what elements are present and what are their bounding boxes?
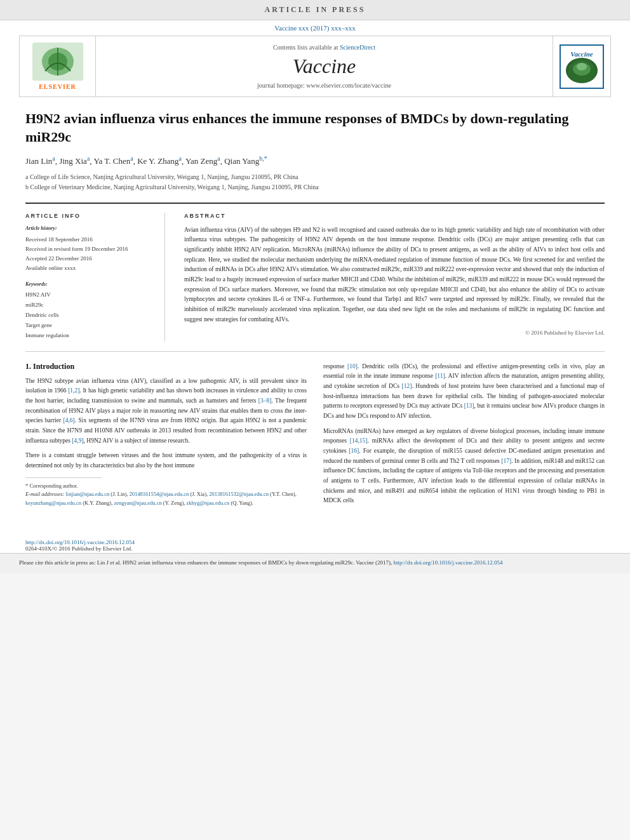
authors-line: Jian Lina, Jing Xiaa, Ya T. Chena, Ke Y.…: [25, 155, 605, 166]
issn-text: 0264-410X/© 2016 Published by Elsevier L…: [25, 545, 132, 552]
elsevier-logo: ELSEVIER: [32, 43, 83, 90]
ref-4-6[interactable]: [4,6]: [64, 417, 75, 423]
elsevier-logo-image: [32, 43, 83, 81]
body-col-right: response [10]. Dendritic cells (DCs), th…: [323, 362, 605, 511]
email-linjian[interactable]: linjian@njau.edu.cn: [65, 491, 109, 497]
footnote-corresponding: * Corresponding author. E-mail addresses…: [25, 482, 307, 508]
vaccine-logo-section: Vaccine: [553, 36, 610, 97]
article-content: H9N2 avian influenza virus enhances the …: [0, 97, 630, 537]
sciencedirect-link[interactable]: ScienceDirect: [340, 44, 375, 51]
intro-heading: 1. Introduction: [25, 362, 307, 371]
vaccine-logo-text: Vaccine: [570, 50, 593, 58]
copyright-line: © 2016 Published by Elsevier Ltd.: [184, 330, 605, 336]
body-two-col: 1. Introduction The H9N2 subtype avian i…: [25, 362, 605, 524]
ref-17[interactable]: [17]: [501, 458, 511, 464]
keywords-text: H9N2 AIV miR29c Dendritic cells Target g…: [25, 290, 154, 341]
info-abstract-section: ARTICLE INFO Article history: Received 1…: [25, 203, 605, 341]
aip-banner: ARTICLE IN PRESS: [0, 0, 630, 20]
keyword-5: Immune regulation: [25, 330, 154, 340]
keywords-label: Keywords:: [25, 281, 154, 287]
journal-header: ELSEVIER Contents lists available at Sci…: [19, 36, 611, 97]
keyword-4: Target gene: [25, 320, 154, 330]
keyword-3: Dendritic cells: [25, 310, 154, 320]
affiliations: a College of Life Science, Nanjing Agric…: [25, 172, 605, 192]
abstract-text: Avian influenza virus (AIV) of the subty…: [184, 225, 605, 325]
accepted-date: Accepted 22 December 2016: [25, 254, 154, 263]
article-info-label: ARTICLE INFO: [25, 213, 154, 219]
intro-para2: There is a constant struggle between vir…: [25, 451, 307, 470]
corresponding-label: * Corresponding author.: [25, 482, 307, 491]
ref-10[interactable]: [10]: [347, 363, 358, 370]
ref-3-8[interactable]: [3–8]: [258, 397, 272, 404]
journal-homepage: journal homepage: www.elsevier.com/locat…: [257, 82, 391, 89]
doi-text: Vaccine xxx (2017) xxx–xxx: [274, 24, 355, 32]
available-date: Available online xxxx: [25, 263, 154, 273]
bottom-bar-text: Please cite this article in press as: Li…: [19, 559, 392, 566]
received-revised-date: Received in revised form 19 December 201…: [25, 244, 154, 254]
aip-text: ARTICLE IN PRESS: [265, 5, 366, 14]
ref-12[interactable]: [12]: [402, 383, 412, 389]
email-yzeng[interactable]: zengyan@njau.edu.cn: [114, 500, 161, 506]
ref-14-15[interactable]: [14,15]: [350, 437, 368, 444]
keyword-1: H9N2 AIV: [25, 290, 154, 300]
email-kyzhang[interactable]: keyunzhang@njau.edu.cn: [25, 500, 81, 506]
journal-name: Vaccine: [293, 55, 356, 78]
bottom-bar: Please cite this article in press as: Li…: [0, 553, 630, 573]
elsevier-logo-section: ELSEVIER: [20, 36, 96, 97]
svg-point-6: [577, 63, 587, 70]
body-col-left: 1. Introduction The H9N2 subtype avian i…: [25, 362, 307, 511]
doi-line: Vaccine xxx (2017) xxx–xxx: [0, 20, 630, 36]
bottom-bar-link[interactable]: http://dx.doi.org/10.1016/j.vaccine.2016…: [393, 559, 502, 566]
vaccine-logo-img: [566, 58, 598, 83]
keyword-2: miR29c: [25, 300, 154, 310]
email-jingxia[interactable]: 20148161554@njau.edu.cn: [130, 491, 189, 497]
article-history-label: Article history:: [25, 225, 154, 231]
vaccine-logo-box: Vaccine: [560, 44, 604, 89]
affiliation-b: b College of Veterinary Medicine, Nanjin…: [25, 182, 605, 192]
doi-http-link[interactable]: http://dx.doi.org/10.1016/j.vaccine.2016…: [25, 539, 135, 545]
intro-para3: response [10]. Dendritic cells (DCs), th…: [323, 362, 605, 422]
intro-para4: MicroRNAs (miRNAs) have emerged as key r…: [323, 427, 605, 506]
body-divider: [25, 351, 605, 352]
ref-13[interactable]: [13]: [464, 403, 474, 409]
elsevier-label: ELSEVIER: [39, 83, 76, 90]
affiliation-a: a College of Life Science, Nanjing Agric…: [25, 172, 605, 182]
doi-footer: http://dx.doi.org/10.1016/j.vaccine.2016…: [0, 537, 630, 553]
article-title: H9N2 avian influenza virus enhances the …: [25, 110, 605, 146]
ref-1-2[interactable]: [1,2]: [68, 387, 79, 394]
ref-16[interactable]: [16]: [349, 448, 359, 454]
abstract-label: ABSTRACT: [184, 213, 605, 219]
email-line: E-mail addresses: linjian@njau.edu.cn (J…: [25, 490, 307, 507]
contents-label: Contents lists available at ScienceDirec…: [273, 44, 375, 51]
journal-name-section: Contents lists available at ScienceDirec…: [96, 36, 553, 97]
article-info-col: ARTICLE INFO Article history: Received 1…: [25, 213, 165, 341]
page: ARTICLE IN PRESS Vaccine xxx (2017) xxx–…: [0, 0, 630, 573]
email-qyang[interactable]: zkhyg@njau.edu.cn: [187, 500, 230, 506]
abstract-col: ABSTRACT Avian influenza virus (AIV) of …: [184, 213, 605, 341]
footnote-divider: [25, 477, 102, 478]
ref-4-9[interactable]: [4,9]: [72, 437, 83, 444]
intro-para1: The H9N2 subtype avian influenza virus (…: [25, 377, 307, 446]
ref-11[interactable]: [11]: [435, 373, 445, 379]
email-ytchen[interactable]: 20138161532@njau.edu.cn: [209, 491, 269, 497]
article-history-text: Received 18 September 2016 Received in r…: [25, 235, 154, 274]
received-date: Received 18 September 2016: [25, 235, 154, 244]
